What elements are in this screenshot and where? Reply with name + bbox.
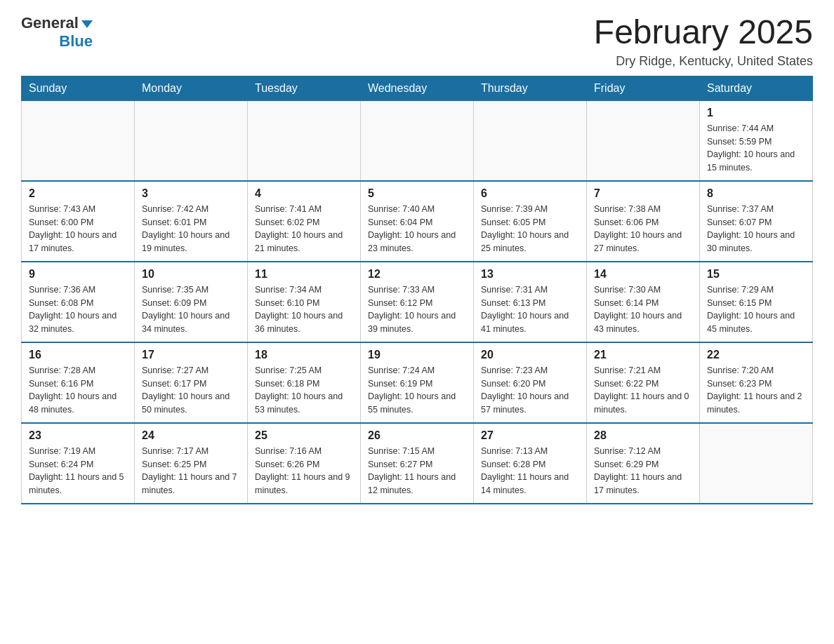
day-number: 8 <box>707 187 805 200</box>
day-number: 2 <box>29 187 127 200</box>
day-number: 25 <box>255 429 353 442</box>
day-info: Sunrise: 7:37 AMSunset: 6:07 PMDaylight:… <box>707 203 805 255</box>
day-info: Sunrise: 7:34 AMSunset: 6:10 PMDaylight:… <box>255 283 353 336</box>
day-info: Sunrise: 7:31 AMSunset: 6:13 PMDaylight:… <box>481 283 579 336</box>
day-number: 10 <box>142 268 240 281</box>
calendar-week-row: 16Sunrise: 7:28 AMSunset: 6:16 PMDayligh… <box>22 342 813 423</box>
day-number: 22 <box>707 349 805 361</box>
logo-blue-text: Blue <box>59 32 93 51</box>
day-number: 1 <box>707 107 805 119</box>
weekday-header-saturday: Saturday <box>700 76 813 100</box>
day-info: Sunrise: 7:33 AMSunset: 6:12 PMDaylight:… <box>368 283 466 336</box>
day-number: 26 <box>368 429 466 442</box>
weekday-header-thursday: Thursday <box>474 76 587 100</box>
calendar-cell: 12Sunrise: 7:33 AMSunset: 6:12 PMDayligh… <box>361 262 474 342</box>
calendar-cell: 17Sunrise: 7:27 AMSunset: 6:17 PMDayligh… <box>135 342 248 423</box>
day-number: 15 <box>707 268 805 281</box>
calendar-week-row: 23Sunrise: 7:19 AMSunset: 6:24 PMDayligh… <box>22 423 813 504</box>
weekday-header-sunday: Sunday <box>22 76 135 100</box>
calendar-cell: 18Sunrise: 7:25 AMSunset: 6:18 PMDayligh… <box>248 342 361 423</box>
day-number: 3 <box>142 187 240 200</box>
title-section: February 2025 Dry Ridge, Kentucky, Unite… <box>594 14 813 69</box>
day-info: Sunrise: 7:21 AMSunset: 6:22 PMDaylight:… <box>594 364 692 417</box>
calendar-cell: 9Sunrise: 7:36 AMSunset: 6:08 PMDaylight… <box>22 262 135 342</box>
calendar-week-row: 1Sunrise: 7:44 AMSunset: 5:59 PMDaylight… <box>22 100 813 181</box>
day-info: Sunrise: 7:15 AMSunset: 6:27 PMDaylight:… <box>368 445 466 497</box>
calendar-cell <box>361 100 474 181</box>
day-info: Sunrise: 7:12 AMSunset: 6:29 PMDaylight:… <box>594 445 692 497</box>
calendar-cell: 8Sunrise: 7:37 AMSunset: 6:07 PMDaylight… <box>700 181 813 262</box>
calendar-week-row: 9Sunrise: 7:36 AMSunset: 6:08 PMDaylight… <box>22 262 813 342</box>
day-number: 19 <box>368 349 466 361</box>
day-number: 14 <box>594 268 692 281</box>
day-info: Sunrise: 7:41 AMSunset: 6:02 PMDaylight:… <box>255 203 353 255</box>
calendar-cell: 25Sunrise: 7:16 AMSunset: 6:26 PMDayligh… <box>248 423 361 504</box>
day-info: Sunrise: 7:43 AMSunset: 6:00 PMDaylight:… <box>29 203 127 255</box>
day-info: Sunrise: 7:36 AMSunset: 6:08 PMDaylight:… <box>29 283 127 336</box>
day-info: Sunrise: 7:30 AMSunset: 6:14 PMDaylight:… <box>594 283 692 336</box>
day-info: Sunrise: 7:24 AMSunset: 6:19 PMDaylight:… <box>368 364 466 417</box>
day-info: Sunrise: 7:40 AMSunset: 6:04 PMDaylight:… <box>368 203 466 255</box>
calendar-cell: 5Sunrise: 7:40 AMSunset: 6:04 PMDaylight… <box>361 181 474 262</box>
calendar-cell: 3Sunrise: 7:42 AMSunset: 6:01 PMDaylight… <box>135 181 248 262</box>
calendar-table: SundayMondayTuesdayWednesdayThursdayFrid… <box>21 76 813 504</box>
logo-triangle <box>81 20 93 28</box>
weekday-header-row: SundayMondayTuesdayWednesdayThursdayFrid… <box>22 76 813 100</box>
day-info: Sunrise: 7:16 AMSunset: 6:26 PMDaylight:… <box>255 445 353 497</box>
calendar-cell <box>22 100 135 181</box>
calendar-cell <box>135 100 248 181</box>
logo-icon: General Blue <box>21 14 93 51</box>
day-info: Sunrise: 7:17 AMSunset: 6:25 PMDaylight:… <box>142 445 240 497</box>
day-number: 7 <box>594 187 692 200</box>
logo-general-text: General <box>21 14 79 32</box>
day-info: Sunrise: 7:35 AMSunset: 6:09 PMDaylight:… <box>142 283 240 336</box>
calendar-cell: 15Sunrise: 7:29 AMSunset: 6:15 PMDayligh… <box>700 262 813 342</box>
calendar-cell <box>587 100 700 181</box>
month-title: February 2025 <box>594 14 813 51</box>
calendar-cell: 2Sunrise: 7:43 AMSunset: 6:00 PMDaylight… <box>22 181 135 262</box>
calendar-cell: 28Sunrise: 7:12 AMSunset: 6:29 PMDayligh… <box>587 423 700 504</box>
calendar-cell: 19Sunrise: 7:24 AMSunset: 6:19 PMDayligh… <box>361 342 474 423</box>
calendar-cell <box>700 423 813 504</box>
day-number: 4 <box>255 187 353 200</box>
calendar-cell: 11Sunrise: 7:34 AMSunset: 6:10 PMDayligh… <box>248 262 361 342</box>
day-number: 28 <box>594 429 692 442</box>
day-info: Sunrise: 7:39 AMSunset: 6:05 PMDaylight:… <box>481 203 579 255</box>
calendar-cell: 22Sunrise: 7:20 AMSunset: 6:23 PMDayligh… <box>700 342 813 423</box>
weekday-header-friday: Friday <box>587 76 700 100</box>
day-number: 12 <box>368 268 466 281</box>
day-info: Sunrise: 7:19 AMSunset: 6:24 PMDaylight:… <box>29 445 127 497</box>
calendar-cell: 7Sunrise: 7:38 AMSunset: 6:06 PMDaylight… <box>587 181 700 262</box>
weekday-header-wednesday: Wednesday <box>361 76 474 100</box>
day-number: 21 <box>594 349 692 361</box>
calendar-cell: 1Sunrise: 7:44 AMSunset: 5:59 PMDaylight… <box>700 100 813 181</box>
day-number: 5 <box>368 187 466 200</box>
day-number: 11 <box>255 268 353 281</box>
day-info: Sunrise: 7:29 AMSunset: 6:15 PMDaylight:… <box>707 283 805 336</box>
page-header: General Blue February 2025 Dry Ridge, Ke… <box>21 14 813 69</box>
day-number: 13 <box>481 268 579 281</box>
location-subtitle: Dry Ridge, Kentucky, United States <box>594 54 813 69</box>
day-number: 23 <box>29 429 127 442</box>
calendar-cell <box>248 100 361 181</box>
calendar-cell <box>474 100 587 181</box>
day-info: Sunrise: 7:13 AMSunset: 6:28 PMDaylight:… <box>481 445 579 497</box>
day-info: Sunrise: 7:42 AMSunset: 6:01 PMDaylight:… <box>142 203 240 255</box>
day-number: 27 <box>481 429 579 442</box>
day-info: Sunrise: 7:27 AMSunset: 6:17 PMDaylight:… <box>142 364 240 417</box>
calendar-week-row: 2Sunrise: 7:43 AMSunset: 6:00 PMDaylight… <box>22 181 813 262</box>
day-number: 24 <box>142 429 240 442</box>
calendar-cell: 10Sunrise: 7:35 AMSunset: 6:09 PMDayligh… <box>135 262 248 342</box>
calendar-cell: 27Sunrise: 7:13 AMSunset: 6:28 PMDayligh… <box>474 423 587 504</box>
day-info: Sunrise: 7:38 AMSunset: 6:06 PMDaylight:… <box>594 203 692 255</box>
day-number: 17 <box>142 349 240 361</box>
weekday-header-tuesday: Tuesday <box>248 76 361 100</box>
calendar-cell: 6Sunrise: 7:39 AMSunset: 6:05 PMDaylight… <box>474 181 587 262</box>
calendar-cell: 14Sunrise: 7:30 AMSunset: 6:14 PMDayligh… <box>587 262 700 342</box>
calendar-cell: 16Sunrise: 7:28 AMSunset: 6:16 PMDayligh… <box>22 342 135 423</box>
calendar-cell: 21Sunrise: 7:21 AMSunset: 6:22 PMDayligh… <box>587 342 700 423</box>
weekday-header-monday: Monday <box>135 76 248 100</box>
calendar-cell: 13Sunrise: 7:31 AMSunset: 6:13 PMDayligh… <box>474 262 587 342</box>
calendar-cell: 24Sunrise: 7:17 AMSunset: 6:25 PMDayligh… <box>135 423 248 504</box>
day-number: 9 <box>29 268 127 281</box>
